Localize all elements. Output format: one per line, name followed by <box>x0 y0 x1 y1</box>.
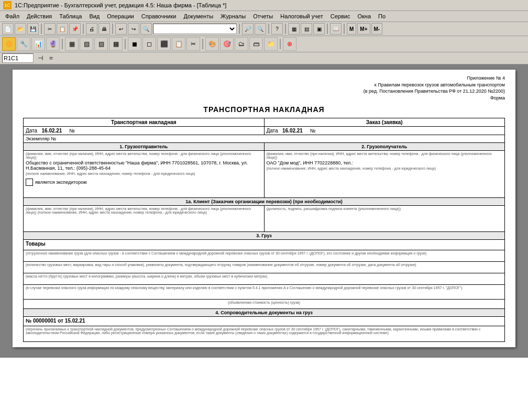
annotation-line3: (в ред. Постановления Правительства РФ о… <box>23 88 505 95</box>
top-annotation: Приложение № 4 к Правилам перевозок груз… <box>23 75 505 101</box>
toolbar-1: 📄 📂 💾 ✂ 📋 📌 🖨 🖶 ↩ ↪ 🔍 🔎 🔍 ? ▦ ▤ ▣ 📖 M M+… <box>0 22 528 36</box>
menu-file[interactable]: Файл <box>2 12 23 20</box>
sender-legal-hint: (полное наименование, ИНН, адрес места н… <box>26 172 262 175</box>
btn-t17[interactable]: 🗃 <box>249 37 263 51</box>
btn-copy[interactable]: 📋 <box>57 23 68 35</box>
btn-t15[interactable]: 🎯 <box>220 37 234 51</box>
menu-bar: Файл Действия Таблица Вид Операции Справ… <box>0 11 528 22</box>
btn-open[interactable]: 📂 <box>15 23 26 35</box>
formula-pin-icon[interactable]: ⊣ <box>36 54 45 62</box>
btn-t10[interactable]: ◻ <box>142 37 156 51</box>
section1a-header: 1а. Клиент (Заказчик организации перевоз… <box>24 198 505 206</box>
separator-t2 <box>125 39 126 49</box>
right-date-row: Дата 16.02.21 № <box>264 127 505 135</box>
btn-print-preview[interactable]: 🖶 <box>98 23 110 35</box>
menu-actions[interactable]: Действия <box>24 12 55 20</box>
separator-t1 <box>62 39 63 49</box>
menu-references[interactable]: Справочники <box>138 12 180 20</box>
btn-cut[interactable]: ✂ <box>44 23 56 35</box>
goods-hint2-cell: (количество грузовых мест, маркировка, в… <box>24 262 505 273</box>
formula-equals-icon[interactable]: = <box>47 54 55 62</box>
separator-6 <box>285 24 286 34</box>
doc-number: № 00000001 от 15.02.21 <box>26 318 85 324</box>
btn-find[interactable]: 🔍 <box>140 23 152 35</box>
btn-m[interactable]: M <box>347 23 356 35</box>
font-selector[interactable] <box>153 24 237 34</box>
btn-zoom-in[interactable]: 🔎 <box>242 23 254 35</box>
btn-t5[interactable]: ▦ <box>65 37 79 51</box>
menu-view[interactable]: Вид <box>86 12 103 20</box>
btn-calc2[interactable]: ▤ <box>301 23 312 35</box>
btn-t8[interactable]: ▩ <box>109 37 123 51</box>
goods-hint5: (объявленная стоимость (ценность) груза) <box>26 301 502 304</box>
btn-t6[interactable]: ▧ <box>80 37 93 51</box>
separator-t4 <box>280 39 281 49</box>
btn-calc3[interactable]: ▣ <box>313 23 325 35</box>
btn-t7[interactable]: ▨ <box>94 37 108 51</box>
btn-book[interactable]: 📖 <box>330 23 342 35</box>
copy-row: Экземпляр № <box>24 135 505 143</box>
section1-header: 1. Грузоотправитель <box>24 143 265 151</box>
client-sign-cell: (должность, подпись, расшифровка подписи… <box>264 206 505 232</box>
separator-8 <box>344 24 345 34</box>
menu-service[interactable]: Сервис <box>327 12 354 20</box>
menu-documents[interactable]: Документы <box>180 12 216 20</box>
btn-t18[interactable]: 📁 <box>264 37 278 51</box>
separator-2 <box>83 24 84 34</box>
menu-reports[interactable]: Отчеты <box>250 12 276 20</box>
btn-save[interactable]: 💾 <box>27 23 39 35</box>
btn-redo[interactable]: ↪ <box>128 23 139 35</box>
separator-7 <box>327 24 328 34</box>
btn-paste[interactable]: 📌 <box>69 23 81 35</box>
goods-hint4: (в случае перевозки опасного груза инфор… <box>26 286 502 290</box>
btn-print[interactable]: 🖨 <box>86 23 97 35</box>
menu-journals[interactable]: Журналы <box>217 12 249 20</box>
btn-new[interactable]: 📄 <box>2 23 14 35</box>
formula-bar: R1C1 ⊣ = <box>0 52 528 64</box>
doc-number-cell: № 00000001 от 15.02.21 <box>24 317 505 326</box>
btn-t19[interactable]: ⊗ <box>283 37 296 51</box>
document-title: ТРАНСПОРТНАЯ НАКЛАДНАЯ <box>23 105 505 114</box>
receiver-cell: (фамилия, имя, отчество (при наличии), И… <box>264 151 505 198</box>
btn-zoom-out[interactable]: 🔍 <box>255 23 266 35</box>
goods-hint3-cell: (масса нетто (брутто) грузовых мест в ки… <box>24 273 505 285</box>
cell-reference[interactable]: R1C1 <box>2 53 34 63</box>
btn-mplus[interactable]: M+ <box>357 23 370 35</box>
expeditor-row: является экспедитором <box>26 179 262 186</box>
doc-hint-cell: (перечень прилагаемых к транспортной нак… <box>24 326 505 342</box>
menu-table[interactable]: Таблица <box>56 12 85 20</box>
btn-t1[interactable]: 🔆 <box>2 37 16 51</box>
doc-hint: (перечень прилагаемых к транспортной нак… <box>26 327 502 335</box>
goods-hint4-cell: (в случае перевозки опасного груза инфор… <box>24 285 505 300</box>
content-area: Приложение № 4 к Правилам перевозок груз… <box>0 64 528 358</box>
expeditor-checkbox[interactable] <box>26 179 33 186</box>
menu-tax[interactable]: Налоговый учет <box>277 12 326 20</box>
btn-t16[interactable]: 🗂 <box>235 37 248 51</box>
btn-t14[interactable]: 🎨 <box>205 37 219 51</box>
btn-t13[interactable]: ✂ <box>186 37 200 51</box>
sender-value: Общество с ограниченной ответственностью… <box>26 160 262 171</box>
btn-t12[interactable]: 📋 <box>172 37 185 51</box>
goods-hint5-cell: (объявленная стоимость (ценность) груза) <box>24 300 505 309</box>
btn-t11[interactable]: ⬛ <box>157 37 171 51</box>
btn-t9[interactable]: ◼ <box>128 37 141 51</box>
right-header-cell: Заказ (заявка) <box>264 118 505 127</box>
section4-header: 4. Сопроводительные документы на груз <box>24 309 505 317</box>
btn-t3[interactable]: 📊 <box>31 37 45 51</box>
goods-label: Товары <box>26 241 46 247</box>
separator-1 <box>41 24 42 34</box>
number-label-2: № <box>310 128 316 134</box>
btn-t4[interactable]: 🔮 <box>46 37 60 51</box>
btn-mminus[interactable]: M- <box>371 23 383 35</box>
left-header-cell: Транспортная накладная <box>24 118 265 127</box>
btn-undo[interactable]: ↩ <box>115 23 127 35</box>
btn-calc1[interactable]: ▦ <box>288 23 300 35</box>
btn-help[interactable]: ? <box>271 23 283 35</box>
menu-windows[interactable]: Окна <box>354 12 374 20</box>
receiver-legal-hint: (полное наименование, ИНН, адрес места н… <box>267 167 503 170</box>
goods-label-cell: Товары <box>24 240 505 250</box>
menu-operations[interactable]: Операции <box>104 12 137 20</box>
toolbar-2: 🔆 🔧 📊 🔮 ▦ ▧ ▨ ▩ ◼ ◻ ⬛ 📋 ✂ 🎨 🎯 🗂 🗃 📁 ⊗ <box>0 36 528 52</box>
btn-t2[interactable]: 🔧 <box>17 37 30 51</box>
menu-to[interactable]: По <box>375 12 389 20</box>
